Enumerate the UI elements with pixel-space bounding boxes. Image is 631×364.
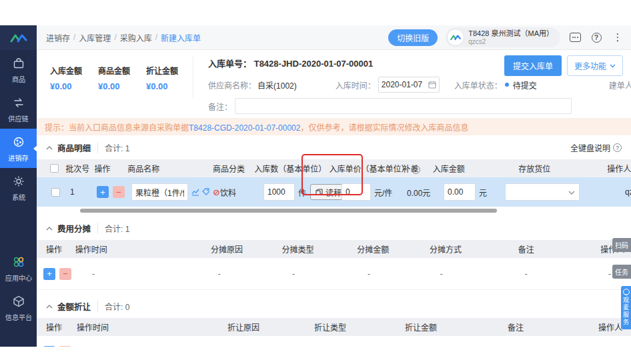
remark-label: 备注： [208,101,232,112]
service-tab[interactable]: ‿ 观麦服务 [621,286,631,329]
qty-input[interactable] [263,183,295,201]
price-unit: 元/件 [374,187,392,198]
scan-code-tab[interactable]: 扫码 [612,238,631,252]
section-total: 合计: 1 [97,223,129,234]
category-value: 饮料 [220,187,263,198]
submit-inbound-order-button[interactable]: 提交入库单 [504,55,562,76]
breadcrumb-separator: / [155,33,157,42]
trend-chart-icon[interactable] [191,188,199,196]
username: qzcs2 [468,38,554,46]
product-table: 批次号 操作 商品名称 商品分类 入库数（基本单位） 入库单价（基本单位） ? … [37,159,631,207]
col-method: 分摊方式 [402,243,474,255]
messages-icon[interactable] [568,31,582,44]
operator-value: qzcs2 [584,187,631,197]
inbound-time-label: 入库时间： [336,79,376,91]
col-batch: 批次号 [63,163,94,174]
sidebar-item-inventory[interactable]: 进销存 [0,129,37,168]
keyboard-help-icon[interactable]: ? [613,143,622,152]
collapse-chevron-icon[interactable] [46,227,53,231]
chevron-down-icon [610,64,616,68]
remove-row-button[interactable]: − [59,268,71,280]
col-subsidy: 补差 [395,163,430,174]
add-row-button[interactable]: + [43,268,55,280]
add-row-button[interactable]: + [97,186,109,198]
sidebar-item-goods[interactable]: 商品 [0,50,37,89]
read-scale-label: 读秤 [326,187,342,198]
col-name: 商品名称 [127,163,213,174]
select-all-checkbox[interactable] [50,164,59,173]
subsidy-value: 0.00元 [407,187,444,198]
task-tab[interactable]: 任务 [612,265,631,279]
sidebar-item-app-center[interactable]: 应用中心 [0,249,37,288]
product-name-input[interactable] [131,183,188,201]
source-order-link[interactable]: T8428-CGD-2020-01-07-00002 [189,123,300,133]
horizontal-scrollbar[interactable] [43,208,622,213]
sidebar-item-label: 信息平台 [5,312,31,322]
breadcrumb-item[interactable]: 入库管理 [79,32,111,43]
summary-value: ¥0.00 [146,81,178,91]
collapse-chevron-icon[interactable] [46,305,53,309]
tag-icon[interactable] [202,188,210,196]
sidebar-item-supply-chain[interactable]: 供应链 [0,89,37,129]
col-reason: 分摊原因 [150,243,245,255]
breadcrumb-item[interactable]: 进销存 [46,32,70,43]
app-logo[interactable] [0,25,37,50]
more-functions-button[interactable]: 更多功能 [567,55,623,76]
summary-value: ¥0.00 [50,81,82,91]
col-reason: 折让原因 [155,321,270,333]
col-remark: 备注 [474,243,552,255]
breadcrumb-current: 新建入库单 [161,32,201,43]
kebab-menu-icon[interactable]: ⋮ [611,31,624,44]
sidebar-item-info-platform[interactable]: 信息平台 [0,288,37,327]
forbidden-icon[interactable]: ⊘ [213,187,220,197]
col-amount: 折让金额 [362,321,454,333]
breadcrumb-item[interactable]: 采购入库 [120,32,152,43]
col-location: 存放货位 [488,163,566,174]
amount-summary: 入库金额 ¥0.00 商品金额 ¥0.00 折让金额 ¥0.00 [46,57,193,98]
order-no-value: T8428-JHD-2020-01-07-00001 [254,59,374,69]
hint-text-after: ，仅供参考，请根据实际情况修改入库商品信息 [300,123,468,133]
summary-value: ¥0.00 [98,81,130,91]
remark-input[interactable] [235,98,572,114]
section-title: 金额折让 [57,300,91,313]
sidebar-item-system[interactable]: 系统 [0,168,37,207]
col-qty: 入库数（基本单位） [254,163,329,174]
read-scale-button[interactable]: 读秤 [310,184,346,200]
row-checkbox[interactable] [51,188,60,197]
help-icon[interactable]: ? [590,31,603,44]
storage-location-select[interactable] [505,183,580,201]
switch-old-version-button[interactable]: 切换旧版 [388,29,438,46]
page: 商品 供应链 进销存 系统 [0,0,631,364]
sidebar-spacer [0,207,37,249]
scrollbar-thumb[interactable] [80,209,497,213]
product-row[interactable]: 1 + − ⊘ 饮料 [37,177,631,207]
product-table-header: 批次号 操作 商品名称 商品分类 入库数（基本单位） 入库单价（基本单位） ? … [37,159,631,177]
sidebar-item-label: 系统 [11,192,25,202]
cell-dash: - [150,269,245,279]
cost-share-section: 费用分摊 合计: 1 操作 操作时间 分摊原因 分摊类型 分摊金额 分摊方式 备… [37,216,631,290]
summary-label: 入库金额 [50,65,82,76]
breadcrumb: 进销存/ 入库管理/ 采购入库/ 新建入库单 [46,32,201,43]
breadcrumb-separator: / [114,33,116,42]
supply-chain-arrows-icon [11,95,26,110]
cell-dash: - [245,269,325,279]
collapse-chevron-icon[interactable] [46,146,53,150]
inventory-icon [11,135,26,149]
cube-icon [11,294,26,309]
amount-input[interactable] [444,183,476,201]
cost-share-row[interactable]: + − - - - - - - - [37,258,631,290]
qty-unit: 件 [298,187,306,198]
tenant-name: T8428 泉州测试（MA用） [468,29,554,38]
col-time: 操作时间 [77,321,155,333]
header-actions: 提交入库单 更多功能 [504,55,623,76]
add-row-button[interactable]: + [43,346,55,347]
keyboard-help-label[interactable]: 全键盘说明 [570,142,610,153]
remove-row-button[interactable]: − [59,346,71,347]
sidebar-item-label: 商品 [11,74,25,84]
user-account-chip[interactable]: T8428 泉州测试（MA用） qzcs2 [446,27,560,47]
unit-price-input[interactable] [342,183,371,201]
remove-row-button[interactable]: − [113,186,125,198]
cell-dash: - [325,269,402,279]
hint-prefix: 提示： [45,123,69,133]
amount-discount-row[interactable]: + − - - - - - - [37,336,631,347]
